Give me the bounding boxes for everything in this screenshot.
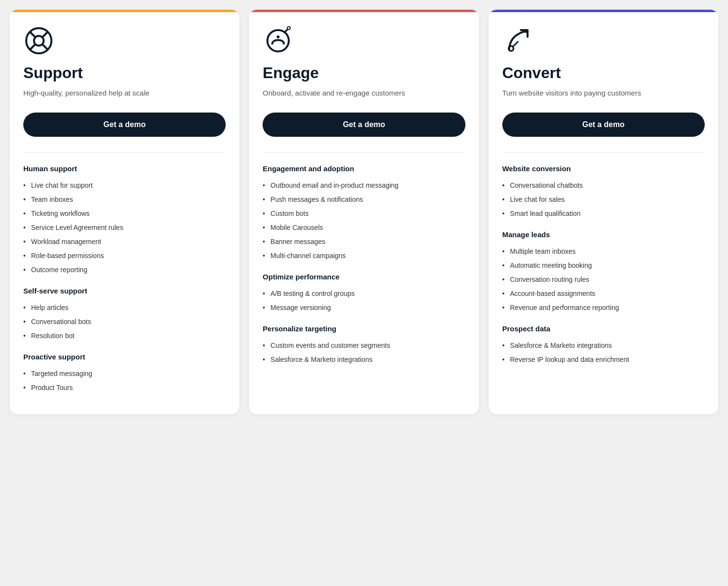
list-item: Banner messages: [263, 235, 465, 249]
svg-line-3: [43, 33, 48, 37]
list-item: Smart lead qualification: [502, 207, 705, 221]
card-support-section-2-heading: Proactive support: [23, 353, 226, 361]
card-convert-demo-button[interactable]: Get a demo: [502, 113, 705, 137]
svg-point-9: [288, 27, 290, 29]
card-engage-section-0-heading: Engagement and adoption: [263, 164, 465, 173]
list-item: Reverse IP lookup and data enrichment: [502, 353, 705, 367]
list-item: Custom bots: [263, 207, 465, 221]
card-engage-description: Onboard, activate and re-engage customer…: [263, 88, 465, 99]
card-support-section-1-heading: Self-serve support: [23, 287, 226, 295]
list-item: Mobile Carousels: [263, 221, 465, 235]
list-item: Conversation routing rules: [502, 273, 705, 287]
card-convert-divider: [502, 152, 705, 153]
card-convert-section-1-list: Multiple team inboxesAutomatic meeting b…: [502, 244, 705, 315]
card-engage-demo-button[interactable]: Get a demo: [263, 113, 465, 137]
card-convert: ConvertTurn website visitors into paying…: [489, 10, 718, 414]
list-item: Team inboxes: [23, 193, 226, 207]
card-engage-divider: [263, 152, 465, 153]
card-support-section-1-list: Help articlesConversational botsResoluti…: [23, 301, 226, 343]
list-item: Ticketing workflows: [23, 207, 226, 221]
card-convert-title: Convert: [502, 64, 705, 82]
list-item: Conversational chatbots: [502, 179, 705, 193]
list-item: Multiple team inboxes: [502, 244, 705, 259]
card-support-demo-button[interactable]: Get a demo: [23, 113, 226, 137]
list-item: Outbound email and in-product messaging: [263, 179, 465, 193]
list-item: Message versioning: [263, 301, 465, 315]
card-engage-section-2-list: Custom events and customer segmentsSales…: [263, 339, 465, 367]
list-item: Product Tours: [23, 381, 226, 395]
card-support-section-0-list: Live chat for supportTeam inboxesTicketi…: [23, 179, 226, 277]
svg-line-2: [31, 33, 35, 37]
list-item: Targeted messaging: [23, 367, 226, 381]
card-engage-section-1-heading: Optimize performance: [263, 273, 465, 281]
card-support-section-0-heading: Human support: [23, 164, 226, 173]
card-engage: EngageOnboard, activate and re-engage cu…: [249, 10, 479, 414]
list-item: Workload management: [23, 235, 226, 249]
card-convert-section-0-heading: Website conversion: [502, 164, 705, 173]
card-support: SupportHigh-quality, personalized help a…: [10, 10, 239, 414]
list-item: Salesforce & Marketo integrations: [263, 353, 465, 367]
list-item: Account-based assignments: [502, 287, 705, 301]
list-item: Conversational bots: [23, 315, 226, 329]
card-convert-section-2-heading: Prospect data: [502, 325, 705, 333]
list-item: Salesforce & Marketo integrations: [502, 339, 705, 353]
list-item: Custom events and customer segments: [263, 339, 465, 353]
svg-line-5: [43, 45, 48, 49]
svg-point-7: [277, 35, 280, 38]
card-engage-section-1-list: A/B testing & control groupsMessage vers…: [263, 287, 465, 315]
card-engage-section-2-heading: Personalize targeting: [263, 325, 465, 333]
card-support-title: Support: [23, 64, 226, 82]
svg-point-1: [34, 36, 44, 46]
card-engage-title: Engage: [263, 64, 465, 82]
list-item: Automatic meeting booking: [502, 259, 705, 273]
pricing-cards-container: SupportHigh-quality, personalized help a…: [10, 10, 718, 414]
list-item: Revenue and performance reporting: [502, 301, 705, 315]
list-item: Role-based permissions: [23, 249, 226, 263]
svg-line-4: [31, 45, 35, 49]
list-item: Push messages & notifications: [263, 193, 465, 207]
card-engage-section-0-list: Outbound email and in-product messagingP…: [263, 179, 465, 263]
card-support-section-2-list: Targeted messagingProduct Tours: [23, 367, 226, 395]
list-item: Resolution bot: [23, 329, 226, 343]
list-item: Help articles: [23, 301, 226, 315]
list-item: Outcome reporting: [23, 263, 226, 277]
svg-line-11: [513, 42, 518, 47]
card-support-description: High-quality, personalized help at scale: [23, 88, 226, 99]
card-support-divider: [23, 152, 226, 153]
convert-icon: [502, 25, 533, 56]
card-convert-section-2-list: Salesforce & Marketo integrationsReverse…: [502, 339, 705, 367]
list-item: Live chat for sales: [502, 193, 705, 207]
engage-icon: [263, 25, 294, 56]
card-convert-section-1-heading: Manage leads: [502, 230, 705, 239]
card-convert-section-0-list: Conversational chatbotsLive chat for sal…: [502, 179, 705, 221]
support-icon: [23, 25, 54, 56]
list-item: A/B testing & control groups: [263, 287, 465, 301]
list-item: Multi-channel campaigns: [263, 249, 465, 263]
list-item: Live chat for support: [23, 179, 226, 193]
card-convert-description: Turn website visitors into paying custom…: [502, 88, 705, 99]
list-item: Service Level Agreement rules: [23, 221, 226, 235]
